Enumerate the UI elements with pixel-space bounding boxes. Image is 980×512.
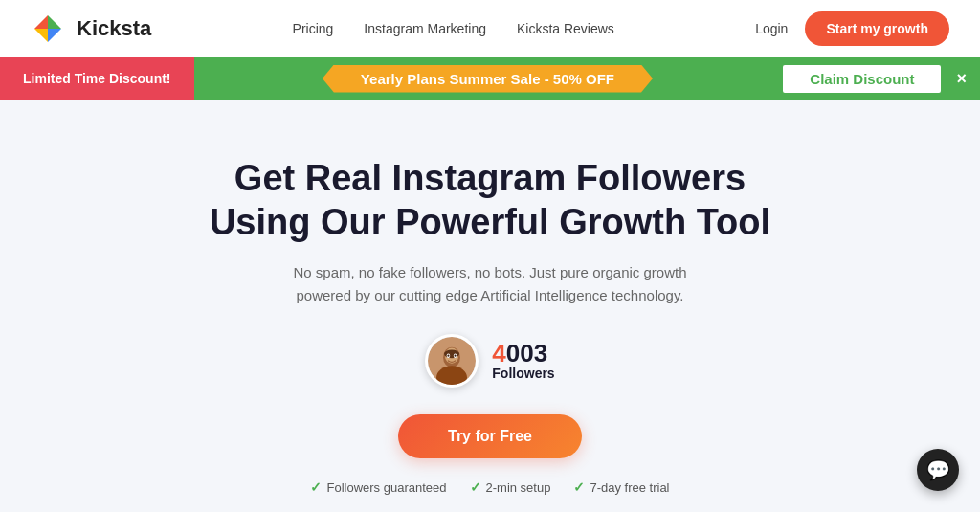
navbar-actions: Login Start my growth bbox=[755, 11, 949, 46]
nav-reviews[interactable]: Kicksta Reviews bbox=[517, 21, 614, 36]
promo-left-label: Limited Time Discount! bbox=[0, 57, 194, 100]
follower-count: 4003 bbox=[492, 341, 554, 366]
hero-title-line2: Using Our Powerful Growth Tool bbox=[210, 202, 770, 242]
avatar-image bbox=[428, 334, 476, 388]
nav-links: Pricing Instagram Marketing Kicksta Revi… bbox=[293, 21, 614, 36]
chat-bubble-button[interactable]: 💬 bbox=[917, 449, 959, 491]
chat-icon: 💬 bbox=[926, 458, 950, 481]
start-growth-button[interactable]: Start my growth bbox=[805, 11, 949, 46]
follower-row: 4003 Followers bbox=[425, 334, 554, 388]
hero-title-line1: Get Real Instagram Followers bbox=[234, 158, 746, 198]
navbar: Kicksta Pricing Instagram Marketing Kick… bbox=[0, 0, 980, 57]
try-for-free-button[interactable]: Try for Free bbox=[398, 414, 582, 458]
guarantee-label-2: 2-min setup bbox=[486, 480, 551, 495]
follower-info: 4003 Followers bbox=[492, 341, 554, 381]
check-icon-3: ✓ bbox=[573, 479, 585, 495]
svg-point-4 bbox=[444, 350, 459, 359]
promo-badge-text: Yearly Plans Summer Sale - 50% OFF bbox=[361, 71, 614, 87]
guarantee-label-1: Followers guaranteed bbox=[326, 480, 446, 495]
svg-point-7 bbox=[448, 355, 450, 357]
nav-pricing[interactable]: Pricing bbox=[293, 21, 334, 36]
check-icon-1: ✓ bbox=[310, 479, 322, 495]
promo-center: Yearly Plans Summer Sale - 50% OFF bbox=[194, 65, 782, 93]
follower-label: Followers bbox=[492, 366, 554, 381]
claim-discount-button[interactable]: Claim Discount bbox=[781, 63, 943, 95]
avatar bbox=[425, 334, 479, 388]
guarantee-item-3: ✓ 7-day free trial bbox=[573, 479, 669, 495]
hero-section: Get Real Instagram Followers Using Our P… bbox=[0, 100, 980, 512]
follower-count-rest: 003 bbox=[506, 339, 547, 367]
kicksta-logo-icon bbox=[31, 11, 65, 46]
hero-subtitle: No spam, no fake followers, no bots. Jus… bbox=[279, 261, 701, 307]
check-icon-2: ✓ bbox=[470, 479, 481, 495]
hero-title: Get Real Instagram Followers Using Our P… bbox=[210, 157, 770, 244]
guarantee-label-3: 7-day free trial bbox=[590, 480, 669, 495]
promo-badge: Yearly Plans Summer Sale - 50% OFF bbox=[323, 65, 653, 93]
brand-name: Kicksta bbox=[77, 16, 151, 41]
svg-point-8 bbox=[455, 355, 457, 357]
promo-right: Claim Discount × bbox=[781, 63, 980, 95]
follower-count-accent: 4 bbox=[492, 339, 505, 367]
brand-area: Kicksta bbox=[31, 11, 151, 46]
nav-instagram-marketing[interactable]: Instagram Marketing bbox=[364, 21, 486, 36]
promo-bar: Limited Time Discount! Yearly Plans Summ… bbox=[0, 57, 980, 100]
guarantee-row: ✓ Followers guaranteed ✓ 2-min setup ✓ 7… bbox=[310, 479, 669, 495]
login-button[interactable]: Login bbox=[755, 21, 788, 36]
promo-close-button[interactable]: × bbox=[956, 69, 967, 89]
guarantee-item-1: ✓ Followers guaranteed bbox=[310, 479, 446, 495]
guarantee-item-2: ✓ 2-min setup bbox=[470, 479, 551, 495]
